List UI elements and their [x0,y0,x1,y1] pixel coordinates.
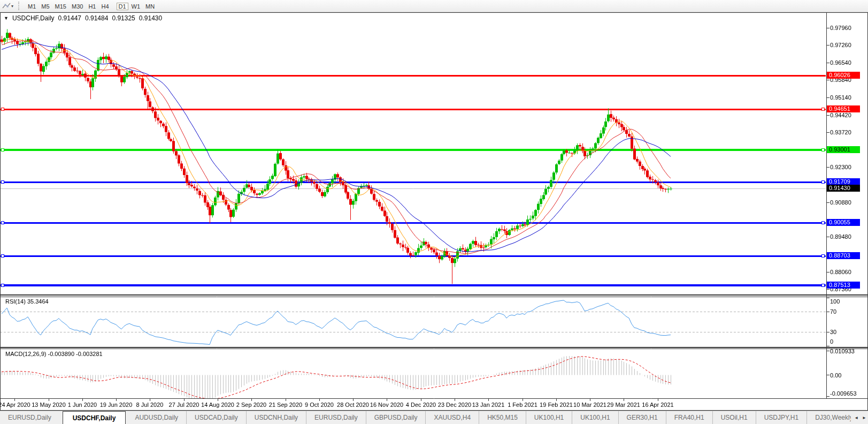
price-axis-tick-0.90880: 0.90880 [830,199,851,206]
chart-tab-usdchf-daily[interactable]: USDCHF,Daily [63,411,126,424]
date-axis-label-29-mar-2021: 29 Mar 2021 [607,402,640,408]
chart-tab-usdcnh-daily[interactable]: USDCNH,Daily [246,411,306,424]
date-axis-label-10-mar-2021: 10 Mar 2021 [573,402,606,408]
chart-tab-usdjpy-h1[interactable]: USDJPY,H1 [756,411,806,424]
date-axis-label-21-sep-2020: 21 Sep 2020 [269,402,302,408]
hline-price-label-0.96026: 0.96026 [827,72,860,79]
chart-tab-usoil-h1[interactable]: USOil,H1 [712,411,756,424]
tab-scroll-right-icon[interactable]: ► [862,415,866,420]
date-axis-label-13-jan-2021: 13 Jan 2021 [472,402,505,408]
date-axis-label-4-dec-2020: 4 Dec 2020 [406,402,436,408]
timeframe-button-m30[interactable]: M30 [70,3,85,10]
date-axis-label-28-oct-2020: 28 Oct 2020 [337,402,369,408]
chart-tab-usdcad-daily[interactable]: USDCAD,Daily [186,411,246,424]
timeframe-button-mn[interactable]: MN [143,3,157,10]
price-axis-tick-0.97260: 0.97260 [830,42,851,48]
price-axis-tick-0.88060: 0.88060 [830,269,851,275]
price-axis-tick-0.96540: 0.96540 [830,59,851,66]
date-axis-label-16-nov-2020: 16 Nov 2020 [370,402,403,408]
hline-price-label-0.87513: 0.87513 [827,282,860,289]
price-axis-tick-0.92300: 0.92300 [830,164,851,170]
hline-price-label-0.88703: 0.88703 [827,252,860,259]
rsi-axis-tick-100: 100 [830,298,840,305]
ohlc-high-value: 0.91484 [85,14,108,22]
rsi-axis-tick-30: 30 [830,329,836,335]
chart-tab-uk100-h1[interactable]: UK100,H1 [572,411,618,424]
rsi-indicator-label: RSI(14) 35.3464 [5,298,49,305]
chart-tab-ger30-h1[interactable]: GER30,H1 [618,411,666,424]
chart-symbol-label: USDCHF,Daily [12,14,55,22]
chart-canvas[interactable] [0,0,868,411]
toolbar-drag-handle[interactable] [18,2,21,10]
macd-axis-tick-0.00: 0.00 [830,372,841,378]
date-axis-label-24-apr-2020: 24 Apr 2020 [0,402,30,408]
timeframe-button-m1[interactable]: M1 [26,3,38,10]
date-axis-label-23-dec-2020: 23 Dec 2020 [438,402,471,408]
timeframe-button-h4[interactable]: H4 [99,3,111,10]
chart-tab-eurusd-daily[interactable]: EURUSD,Daily [306,411,366,424]
zigzag-line-icon [2,2,11,10]
timeframe-button-m15[interactable]: M15 [53,3,68,10]
date-axis-label-19-feb-2021: 19 Feb 2021 [540,402,573,408]
rsi-axis-tick-70: 70 [830,308,836,315]
price-axis-tick-0.97960: 0.97960 [830,25,851,31]
chart-tab-bar: EURUSD,DailyUSDCHF,DailyAUDUSD,DailyUSDC… [0,411,868,424]
date-axis-label-1-jun-2020: 1 Jun 2020 [68,402,97,408]
timeframe-button-h1[interactable]: H1 [86,3,98,10]
price-axis-tick-0.93720: 0.93720 [830,129,851,135]
date-axis-label-14-aug-2020: 14 Aug 2020 [201,402,234,408]
top-toolbar: ▾ M1M5M15M30H1H4D1W1MN [0,0,868,12]
date-axis-label-27-jul-2020: 27 Jul 2020 [169,402,199,408]
ohlc-low-value: 0.91325 [112,14,135,22]
tabs-host: EURUSD,DailyUSDCHF,DailyAUDUSD,DailyUSDC… [0,411,868,424]
date-axis-label-2-sep-2020: 2 Sep 2020 [236,402,266,408]
chart-tab-audusd-daily[interactable]: AUDUSD,Daily [127,411,186,424]
hline-price-label-0.94651: 0.94651 [827,105,860,112]
ohlc-close-value: 0.91430 [139,14,162,22]
price-axis-tick-0.94420: 0.94420 [830,112,851,118]
chart-tab-hk50-m15[interactable]: HK50,M15 [479,411,526,424]
hline-price-label-0.93001: 0.93001 [827,146,860,153]
timeframe-button-d1[interactable]: D1 [117,3,128,10]
chart-cursor-tool-icon[interactable] [2,2,11,10]
date-axis-label-9-oct-2020: 9 Oct 2020 [305,402,334,408]
macd-axis-tick-0.010933: 0.010933 [830,348,855,354]
date-axis-label-8-jul-2020: 8 Jul 2020 [136,402,164,408]
date-axis-label-13-may-2020: 13 May 2020 [32,402,66,408]
hline-price-label-0.91709: 0.91709 [827,178,860,185]
price-axis-tick-0.89480: 0.89480 [830,233,851,240]
chart-tab-xauusd-h4[interactable]: XAUUSD,H4 [425,411,479,424]
timeframe-button-m5[interactable]: M5 [39,3,51,10]
chart-tab-eurusd-daily[interactable]: EURUSD,Daily [0,411,59,424]
current-price-label: 0.91430 [827,185,860,192]
price-axis-tick-0.95140: 0.95140 [830,94,851,101]
date-axis-label-19-jun-2020: 19 Jun 2020 [100,402,133,408]
tab-scroll-left-icon[interactable]: ◄ [854,415,858,420]
symbol-dropdown-icon[interactable]: ▼ [4,16,9,21]
chart-tab-gbpusd-daily[interactable]: GBPUSD,Daily [366,411,426,424]
ohlc-open-value: 0.91447 [58,14,81,22]
chart-tab-uk100-h1[interactable]: UK100,H1 [526,411,572,424]
macd-indicator-label: MACD(12,26,9) -0.003890 -0.003281 [5,351,103,357]
rsi-axis-tick-0: 0 [830,338,833,345]
date-axis-label-16-apr-2021: 16 Apr 2021 [642,402,673,408]
tab-scroll-arrows: ◄ ► [851,411,866,424]
tool-dropdown-caret-icon[interactable]: ▾ [11,4,13,9]
hline-price-label-0.90055: 0.90055 [827,219,860,226]
chart-title: ▼ USDCHF,Daily 0.91447 0.91484 0.91325 0… [4,14,162,22]
timeframe-button-w1[interactable]: W1 [129,3,143,10]
date-axis-label-1-feb-2021: 1 Feb 2021 [508,402,537,408]
timeframe-button-group: M1M5M15M30H1H4D1W1MN [25,1,162,11]
chart-tab-fra40-h1[interactable]: FRA40,H1 [666,411,712,424]
macd-axis-tick--0.009653: -0.009653 [830,390,857,397]
